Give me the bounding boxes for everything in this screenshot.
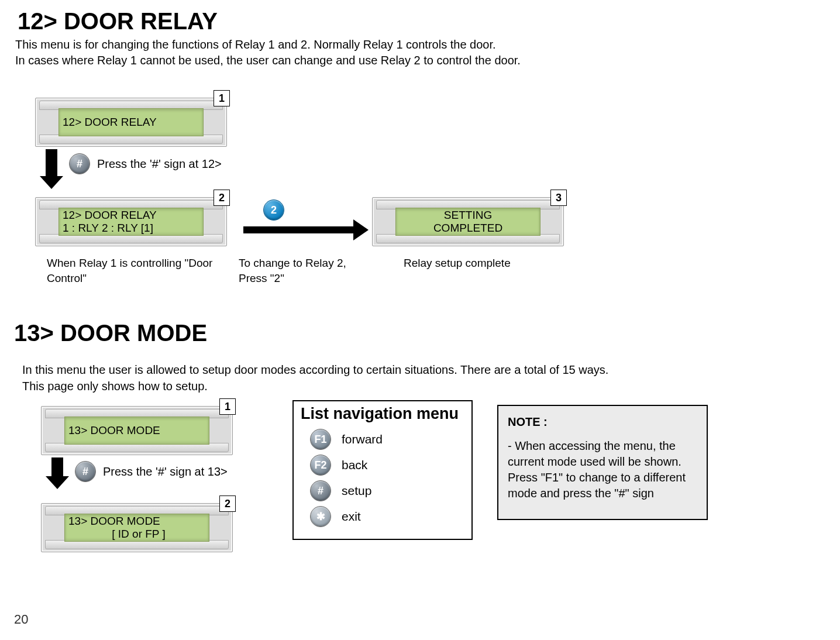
- section-b-heading: 13> DOOR MODE: [14, 320, 828, 346]
- hash-key-nav-icon: #: [310, 480, 331, 501]
- step-b-number-2: 2: [219, 496, 236, 512]
- numeric-2-key-icon: 2: [263, 199, 284, 221]
- lcd-screen-2: 12> DOOR RELAY 1 : RLY 2 : RLY [1]: [58, 208, 204, 236]
- section-b-diagram: 13> DOOR MODE 1 # Press the '#' sign at …: [12, 400, 828, 611]
- nav-row-exit: ✱ exit: [310, 506, 464, 527]
- f1-key-icon: F1: [310, 429, 331, 450]
- page-number: 20: [14, 612, 28, 627]
- nav-label-setup: setup: [342, 484, 371, 498]
- nav-label-forward: forward: [342, 432, 383, 446]
- press-hash-label: Press the '#' sign at 12>: [97, 157, 222, 171]
- nav-row-back: F2 back: [310, 455, 464, 476]
- f2-key-icon: F2: [310, 455, 331, 476]
- nav-label-back: back: [342, 458, 367, 472]
- page-container: 12> DOOR RELAY This menu is for changing…: [12, 8, 828, 628]
- navbox-title: List navigation menu: [301, 405, 464, 423]
- hash-key-icon: #: [69, 153, 90, 174]
- desc-line2: This page only shows how to setup.: [22, 378, 828, 394]
- nav-row-forward: F1 forward: [310, 429, 464, 450]
- lcd-screen-1: 12> DOOR RELAY: [58, 108, 204, 136]
- note-title: NOTE :: [508, 414, 697, 430]
- section-a-diagram: 12> DOOR RELAY 1 # Press the '#' sign at…: [12, 92, 828, 302]
- section-b-desc: In this menu the user is allowed to setu…: [22, 362, 828, 394]
- lcd-b-screen-1: 13> DOOR MODE: [64, 417, 209, 445]
- lcd1-line1: 12> DOOR RELAY: [63, 116, 157, 129]
- section-a-intro: This menu is for changing the functions …: [15, 37, 828, 68]
- nav-row-setup: # setup: [310, 480, 464, 501]
- arrow-down-b-icon: [51, 457, 63, 479]
- lcd-b1-line1: 13> DOOR MODE: [68, 424, 160, 437]
- caption-2: To change to Relay 2, Press "2": [239, 256, 362, 285]
- star-key-icon: ✱: [310, 506, 331, 527]
- lcd-b2-line1: 13> DOOR MODE: [68, 515, 160, 528]
- step-number-1: 1: [214, 90, 230, 106]
- list-navigation-menu: List navigation menu F1 forward F2 back …: [292, 400, 473, 540]
- press-hash-b-row: # Press the '#' sign at 13>: [75, 461, 228, 482]
- caption-1: When Relay 1 is controlling "Door Contro…: [47, 256, 228, 285]
- hash-key-b-icon: #: [75, 461, 96, 482]
- section-a-heading: 12> DOOR RELAY: [18, 8, 828, 35]
- lcd-b-step-1: 13> DOOR MODE 1: [41, 406, 233, 455]
- step-b-number-1: 1: [219, 398, 236, 415]
- nav-label-exit: exit: [342, 510, 361, 524]
- intro-line1: This menu is for changing the functions …: [15, 37, 828, 53]
- lcd3-line2: COMPLETED: [433, 222, 502, 235]
- lcd-step-3: SETTING COMPLETED 3: [372, 197, 564, 246]
- note-body: - When accessing the menu, the current m…: [508, 438, 697, 501]
- lcd-b-screen-2: 13> DOOR MODE [ ID or FP ]: [64, 514, 209, 542]
- lcd-step-2: 12> DOOR RELAY 1 : RLY 2 : RLY [1] 2: [35, 197, 227, 246]
- step-number-2: 2: [214, 190, 230, 206]
- lcd-screen-3: SETTING COMPLETED: [395, 208, 541, 236]
- lcd3-line1: SETTING: [444, 209, 492, 222]
- step-number-3: 3: [550, 190, 567, 206]
- intro-line2: In cases where Relay 1 cannot be used, t…: [15, 53, 828, 68]
- press-hash-b-label: Press the '#' sign at 13>: [103, 465, 228, 479]
- lcd2-line1: 12> DOOR RELAY: [63, 209, 157, 222]
- caption-3: Relay setup complete: [404, 256, 556, 271]
- press-hash-row: # Press the '#' sign at 12>: [69, 153, 222, 174]
- note-box: NOTE : - When accessing the menu, the cu…: [497, 405, 708, 520]
- lcd-b2-line2: [ ID or FP ]: [112, 528, 166, 541]
- lcd-b-step-2: 13> DOOR MODE [ ID or FP ] 2: [41, 503, 233, 552]
- lcd-step-1: 12> DOOR RELAY 1: [35, 98, 227, 147]
- arrow-right-icon: [243, 226, 354, 233]
- key-2-holder: 2: [263, 199, 284, 221]
- desc-line1: In this menu the user is allowed to setu…: [22, 362, 828, 378]
- lcd2-line2: 1 : RLY 2 : RLY [1]: [63, 222, 153, 235]
- arrow-down-icon: [46, 149, 57, 178]
